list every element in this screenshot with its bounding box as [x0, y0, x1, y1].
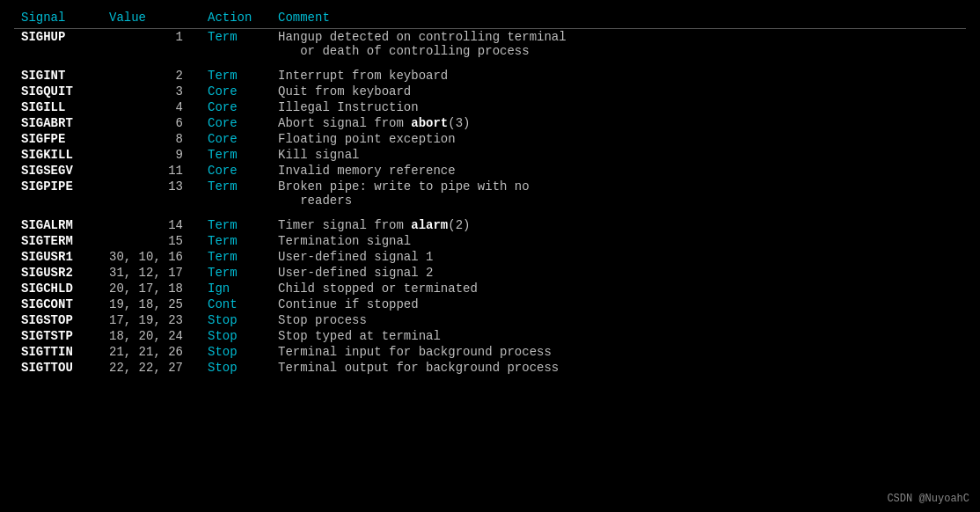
cell-action: Term [201, 233, 271, 249]
cell-action: Core [201, 163, 271, 179]
cell-comment: Floating point exception [271, 131, 966, 147]
cell-action: Term [201, 147, 271, 163]
cell-comment: Hangup detected on controlling terminal … [271, 29, 966, 60]
table-row: SIGABRT6CoreAbort signal from abort(3) [14, 115, 966, 131]
table-row: SIGINT2TermInterrupt from keyboard [14, 68, 966, 84]
cell-value: 31, 12, 17 [102, 265, 201, 281]
cell-action: Stop [201, 360, 271, 376]
cell-action: Term [201, 265, 271, 281]
cell-signal: SIGUSR1 [14, 249, 102, 265]
cell-action: Stop [201, 328, 271, 344]
cell-action: Term [201, 217, 271, 233]
table-row: SIGKILL9TermKill signal [14, 147, 966, 163]
table-row: SIGSTOP17, 19, 23StopStop process [14, 312, 966, 328]
cell-value: 17, 19, 23 [102, 312, 201, 328]
cell-comment: Termination signal [271, 233, 966, 249]
table-spacer-row [14, 59, 966, 68]
cell-action: Cont [201, 296, 271, 312]
cell-signal: SIGTSTP [14, 328, 102, 344]
cell-signal: SIGINT [14, 68, 102, 84]
table-row: SIGILL4CoreIllegal Instruction [14, 99, 966, 115]
cell-action: Term [201, 29, 271, 60]
table-spacer-row [14, 208, 966, 217]
cell-signal: SIGPIPE [14, 179, 102, 208]
table-row: SIGTTIN21, 21, 26StopTerminal input for … [14, 344, 966, 360]
header-value: Value [102, 9, 201, 29]
cell-comment: Child stopped or terminated [271, 281, 966, 296]
cell-comment: User-defined signal 1 [271, 249, 966, 265]
cell-action: Core [201, 84, 271, 99]
cell-comment: Continue if stopped [271, 296, 966, 312]
cell-value: 19, 18, 25 [102, 296, 201, 312]
cell-comment: Timer signal from alarm(2) [271, 217, 966, 233]
cell-signal: SIGTTOU [14, 360, 102, 376]
table-row: SIGTERM15TermTermination signal [14, 233, 966, 249]
cell-signal: SIGUSR2 [14, 265, 102, 281]
cell-comment: Terminal input for background process [271, 344, 966, 360]
cell-comment: User-defined signal 2 [271, 265, 966, 281]
cell-signal: SIGSTOP [14, 312, 102, 328]
header-signal: Signal [14, 9, 102, 29]
cell-comment: Broken pipe: write to pipe with no reade… [271, 179, 966, 208]
watermark: CSDN @NuyoahC [887, 493, 969, 505]
cell-signal: SIGCONT [14, 296, 102, 312]
header-comment: Comment [271, 9, 966, 29]
table-row: SIGUSR231, 12, 17TermUser-defined signal… [14, 265, 966, 281]
cell-value: 8 [102, 131, 201, 147]
cell-value: 14 [102, 217, 201, 233]
cell-signal: SIGILL [14, 99, 102, 115]
cell-action: Stop [201, 312, 271, 328]
cell-comment: Stop typed at terminal [271, 328, 966, 344]
table-row: SIGFPE8CoreFloating point exception [14, 131, 966, 147]
cell-value: 1 [102, 29, 201, 60]
cell-value: 22, 22, 27 [102, 360, 201, 376]
table-row: SIGQUIT3CoreQuit from keyboard [14, 84, 966, 99]
cell-action: Term [201, 179, 271, 208]
table-row: SIGSEGV11CoreInvalid memory reference [14, 163, 966, 179]
cell-signal: SIGALRM [14, 217, 102, 233]
table-row: SIGHUP1TermHangup detected on controllin… [14, 29, 966, 60]
cell-signal: SIGFPE [14, 131, 102, 147]
cell-value: 2 [102, 68, 201, 84]
cell-comment: Illegal Instruction [271, 99, 966, 115]
cell-value: 11 [102, 163, 201, 179]
cell-comment: Kill signal [271, 147, 966, 163]
cell-value: 4 [102, 99, 201, 115]
cell-action: Term [201, 249, 271, 265]
cell-signal: SIGCHLD [14, 281, 102, 296]
cell-signal: SIGTTIN [14, 344, 102, 360]
cell-value: 21, 21, 26 [102, 344, 201, 360]
cell-comment: Stop process [271, 312, 966, 328]
cell-value: 20, 17, 18 [102, 281, 201, 296]
cell-comment: Terminal output for background process [271, 360, 966, 376]
cell-value: 6 [102, 115, 201, 131]
cell-signal: SIGHUP [14, 29, 102, 60]
cell-comment: Abort signal from abort(3) [271, 115, 966, 131]
cell-value: 3 [102, 84, 201, 99]
header-action: Action [201, 9, 271, 29]
cell-action: Term [201, 68, 271, 84]
cell-comment: Quit from keyboard [271, 84, 966, 99]
cell-signal: SIGTERM [14, 233, 102, 249]
table-row: SIGCONT19, 18, 25ContContinue if stopped [14, 296, 966, 312]
cell-action: Ign [201, 281, 271, 296]
cell-action: Core [201, 131, 271, 147]
cell-value: 30, 10, 16 [102, 249, 201, 265]
cell-comment: Interrupt from keyboard [271, 68, 966, 84]
cell-value: 18, 20, 24 [102, 328, 201, 344]
cell-value: 13 [102, 179, 201, 208]
table-row: SIGTSTP18, 20, 24StopStop typed at termi… [14, 328, 966, 344]
cell-action: Stop [201, 344, 271, 360]
cell-signal: SIGSEGV [14, 163, 102, 179]
cell-signal: SIGKILL [14, 147, 102, 163]
table-row: SIGCHLD20, 17, 18IgnChild stopped or ter… [14, 281, 966, 296]
table-row: SIGTTOU22, 22, 27StopTerminal output for… [14, 360, 966, 376]
cell-action: Core [201, 115, 271, 131]
table-row: SIGALRM14TermTimer signal from alarm(2) [14, 217, 966, 233]
cell-action: Core [201, 99, 271, 115]
cell-value: 15 [102, 233, 201, 249]
cell-value: 9 [102, 147, 201, 163]
cell-signal: SIGABRT [14, 115, 102, 131]
table-row: SIGUSR130, 10, 16TermUser-defined signal… [14, 249, 966, 265]
cell-comment: Invalid memory reference [271, 163, 966, 179]
